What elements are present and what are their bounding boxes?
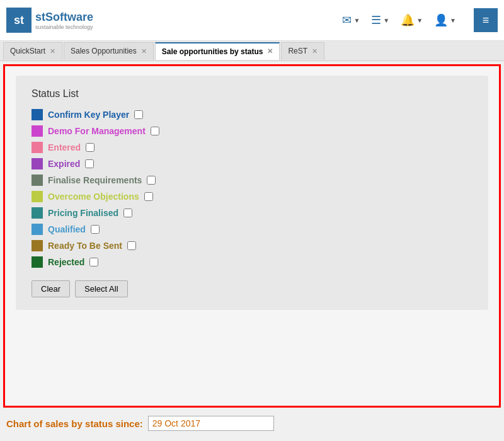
- status-item-checkbox[interactable]: [91, 225, 100, 234]
- status-item-checkbox[interactable]: [147, 176, 156, 185]
- status-color-box: [32, 158, 43, 169]
- status-color-box: [32, 207, 43, 219]
- status-item: Demo For Management: [32, 125, 472, 137]
- bell-icon: 🔔: [401, 13, 415, 27]
- status-item-checkbox[interactable]: [86, 143, 94, 152]
- tab-quickstart-label: QuickStart: [10, 47, 45, 55]
- logo-icon: st: [6, 8, 32, 33]
- status-item-checkbox[interactable]: [89, 258, 98, 266]
- mail-button[interactable]: ✉ ▼: [342, 13, 360, 27]
- tab-rest[interactable]: ReST ✕: [281, 42, 324, 60]
- tab-rest-label: ReST: [288, 47, 307, 55]
- status-color-box: [32, 240, 43, 251]
- status-item-checkbox[interactable]: [85, 159, 94, 168]
- tabs-bar: QuickStart ✕ Sales Opportunities ✕ Sale …: [0, 41, 504, 61]
- tab-sales-opportunities-label: Sales Opportunities: [71, 47, 137, 55]
- status-item: Overcome Objections: [32, 191, 472, 202]
- logo-letters: st: [14, 14, 24, 27]
- status-item-checkbox[interactable]: [134, 110, 143, 119]
- status-item: Confirm Key Player: [32, 109, 472, 120]
- chart-date-input[interactable]: [148, 416, 274, 431]
- list-button[interactable]: ☰ ▼: [371, 13, 389, 27]
- tab-quickstart[interactable]: QuickStart ✕: [3, 42, 62, 60]
- status-item-label: Pricing Finalised: [48, 208, 118, 218]
- mail-caret: ▼: [353, 17, 360, 24]
- app-header: st stSoftware sustainable technology ✉ ▼…: [0, 0, 504, 41]
- status-color-box: [32, 109, 43, 120]
- hamburger-button[interactable]: ≡: [474, 8, 498, 32]
- status-item-checkbox[interactable]: [151, 127, 159, 135]
- logo-text-area: stSoftware sustainable technology: [35, 11, 93, 30]
- status-color-box: [32, 125, 43, 137]
- tab-sale-opportunities-by-status-close[interactable]: ✕: [267, 47, 273, 55]
- user-icon: 👤: [434, 13, 448, 27]
- status-list-card: Status List Confirm Key PlayerDemo For M…: [16, 76, 488, 310]
- bell-button[interactable]: 🔔 ▼: [401, 13, 423, 27]
- tab-sales-opportunities[interactable]: Sales Opportunities ✕: [64, 42, 154, 60]
- button-row: Clear Select All: [32, 280, 472, 297]
- status-item: Finalise Requirements: [32, 175, 472, 186]
- status-item-label: Demo For Management: [48, 126, 146, 136]
- tab-sales-opportunities-close[interactable]: ✕: [141, 47, 147, 55]
- status-color-box: [32, 224, 43, 235]
- status-color-box: [32, 191, 43, 202]
- list-icon: ☰: [371, 13, 381, 27]
- logo-name: stSoftware: [35, 11, 93, 24]
- status-color-box: [32, 175, 43, 186]
- tab-rest-close[interactable]: ✕: [312, 47, 318, 55]
- status-item-label: Rejected: [48, 257, 84, 267]
- status-item-label: Ready To Be Sent: [48, 241, 122, 251]
- status-item: Expired: [32, 158, 472, 169]
- tab-sale-opportunities-by-status-label: Sale opportunities by status: [162, 47, 263, 56]
- main-content: Status List Confirm Key PlayerDemo For M…: [3, 64, 501, 408]
- status-item-label: Qualified: [48, 224, 86, 234]
- status-color-box: [32, 256, 43, 268]
- header-icons: ✉ ▼ ☰ ▼ 🔔 ▼ 👤 ▼ ≡: [342, 8, 498, 32]
- status-item-checkbox[interactable]: [123, 209, 132, 217]
- clear-button[interactable]: Clear: [32, 280, 70, 297]
- status-item-label: Finalise Requirements: [48, 175, 142, 185]
- tab-quickstart-close[interactable]: ✕: [50, 47, 55, 55]
- user-button[interactable]: 👤 ▼: [434, 13, 456, 27]
- status-items-container: Confirm Key PlayerDemo For ManagementEnt…: [32, 109, 472, 268]
- logo-subtitle: sustainable technology: [35, 24, 93, 30]
- mail-icon: ✉: [342, 13, 352, 27]
- user-caret: ▼: [450, 17, 456, 24]
- status-item: Rejected: [32, 256, 472, 268]
- status-item: Entered: [32, 142, 472, 153]
- status-item-label: Entered: [48, 142, 81, 152]
- select-all-button[interactable]: Select All: [75, 280, 127, 297]
- bell-caret: ▼: [416, 17, 423, 24]
- status-item: Pricing Finalised: [32, 207, 472, 219]
- tab-sale-opportunities-by-status[interactable]: Sale opportunities by status ✕: [155, 42, 280, 60]
- chart-footer-label: Chart of sales by status since:: [6, 418, 143, 429]
- status-item: Qualified: [32, 224, 472, 235]
- status-item-checkbox[interactable]: [144, 192, 153, 201]
- list-caret: ▼: [383, 17, 389, 24]
- chart-footer: Chart of sales by status since:: [0, 411, 504, 436]
- logo-area: st stSoftware sustainable technology: [6, 8, 93, 33]
- status-item-label: Overcome Objections: [48, 192, 139, 202]
- status-color-box: [32, 142, 43, 153]
- status-item-label: Expired: [48, 159, 80, 169]
- status-item-checkbox[interactable]: [127, 241, 136, 250]
- status-list-title: Status List: [32, 88, 472, 100]
- status-item: Ready To Be Sent: [32, 240, 472, 251]
- status-item-label: Confirm Key Player: [48, 110, 129, 120]
